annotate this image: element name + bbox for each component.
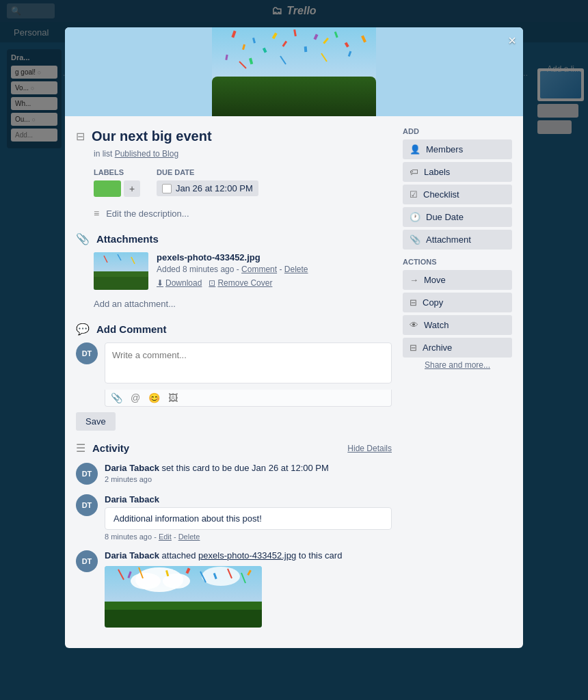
attachment-comment-link[interactable]: Comment: [241, 265, 277, 274]
modal-sidebar: Add 👤 Members 🏷 Labels ☑ Checklist 🕐 Due…: [403, 127, 512, 637]
comment-toolbar: 📎 @ 😊 🖼: [105, 390, 392, 407]
attachment-time: Added 8 minutes ago: [157, 265, 234, 274]
save-comment-button[interactable]: Save: [76, 412, 116, 431]
attachment-meta: Added 8 minutes ago - Comment - Delete: [157, 265, 392, 274]
hide-details-link[interactable]: Hide Details: [347, 444, 392, 453]
attachment-download-link[interactable]: ⬇ Download: [157, 278, 202, 288]
card-header-image: [65, 27, 523, 116]
attachment-button[interactable]: 📎 Attachment: [403, 230, 512, 250]
card-metadata: Labels + Due Date Jan 26 at 12:00 PM: [94, 168, 392, 197]
avatar-initials: DT: [82, 501, 92, 509]
attachments-section-header: 📎 Attachments: [76, 232, 392, 245]
activity-suffix: to this card: [299, 550, 343, 561]
due-date-value: Jan 26 at 12:00 PM: [176, 183, 253, 193]
list-prefix: in list: [94, 149, 112, 159]
edit-description-link[interactable]: Edit the description...: [106, 208, 189, 219]
activity-action: set this card to be due Jan 26 at 12:00 …: [162, 463, 329, 473]
activity-avatar: DT: [76, 463, 98, 485]
attachment-thumbnail: [94, 252, 148, 290]
due-date-badge[interactable]: Jan 26 at 12:00 PM: [157, 180, 258, 196]
card-type-icon: ⊟: [76, 130, 85, 143]
avatar-initials: DT: [82, 557, 92, 565]
attachment-icon: 📎: [76, 232, 90, 245]
archive-button[interactable]: ⊟ Archive: [403, 338, 512, 358]
activity-time: 2 minutes ago: [105, 475, 329, 483]
mention-icon[interactable]: @: [131, 392, 140, 403]
attach-icon[interactable]: 📎: [111, 392, 122, 403]
modal-close-button[interactable]: ×: [508, 33, 516, 49]
copy-label: Copy: [423, 297, 443, 308]
comment-textarea[interactable]: [105, 342, 392, 383]
labels-button[interactable]: 🏷 Labels: [403, 162, 512, 182]
card-list-info: in list Published to Blog: [94, 149, 392, 159]
comment-bubble: Additional information about this post!: [105, 507, 392, 530]
watch-label: Watch: [424, 320, 449, 330]
comment-icon: 💬: [76, 323, 90, 336]
label-chip-green[interactable]: [94, 180, 121, 197]
avatar-initials: DT: [82, 470, 92, 478]
members-icon: 👤: [410, 144, 420, 154]
activity-attachment-image: [105, 566, 262, 628]
attachment-info: pexels-photo-433452.jpg Added 8 minutes …: [157, 252, 392, 288]
checklist-label: Checklist: [423, 189, 459, 200]
edit-comment-link[interactable]: Edit: [159, 533, 172, 541]
emoji-icon[interactable]: 😊: [148, 392, 160, 403]
svg-point-27: [131, 573, 161, 589]
cover-icon: ⊡: [209, 278, 215, 288]
due-date-heading: Due Date: [157, 168, 258, 176]
copy-icon: ⊟: [410, 297, 417, 308]
card-title-row: ⊟ Our next big event: [76, 127, 392, 145]
activity-title-row: ☰ Activity: [76, 442, 129, 455]
attachment-remove-cover-link[interactable]: ⊡ Remove Cover: [209, 278, 272, 288]
activity-content: Daria Taback set this card to be due Jan…: [105, 463, 329, 483]
members-button[interactable]: 👤 Members: [403, 139, 512, 159]
add-label-button[interactable]: +: [124, 180, 140, 197]
archive-icon: ⊟: [410, 342, 417, 353]
activity-user: Daria Taback: [105, 550, 159, 561]
activity-icon: ☰: [76, 442, 85, 455]
activity-heading: Activity: [92, 442, 129, 454]
activity-avatar: DT: [76, 550, 98, 572]
due-date-checkbox[interactable]: [162, 184, 172, 193]
activity-user: Daria Taback: [105, 463, 159, 473]
move-button[interactable]: → Move: [403, 270, 512, 290]
attachments-heading: Attachments: [96, 233, 159, 245]
comment-section: DT 📎 @ 😊 🖼 Save: [76, 342, 392, 431]
add-attachment-link[interactable]: Add an attachment...: [94, 299, 176, 309]
activity-item: DT Daria Taback attached pexels-photo-43…: [76, 550, 392, 628]
activity-text: Daria Taback set this card to be due Jan…: [105, 463, 329, 473]
attached-file-link[interactable]: pexels-photo-433452.jpg: [198, 550, 296, 561]
svg-rect-21: [94, 271, 148, 277]
attachment-name: pexels-photo-433452.jpg: [157, 252, 392, 262]
attachment-label: Attachment: [426, 234, 471, 245]
copy-button[interactable]: ⊟ Copy: [403, 293, 512, 312]
labels-icon: 🏷: [410, 167, 418, 177]
svg-point-28: [163, 574, 190, 589]
activity-links: 8 minutes ago - Edit - Delete: [105, 533, 392, 541]
comment-time: 8 minutes ago: [105, 533, 152, 541]
activity-item: DT Daria Taback Additional information a…: [76, 494, 392, 541]
card-modal: × ⊟ Our next big event in list Published…: [65, 27, 523, 648]
move-label: Move: [424, 275, 446, 285]
activity-comment-content: Daria Taback Additional information abou…: [105, 494, 392, 541]
attachment-item: pexels-photo-433452.jpg Added 8 minutes …: [94, 252, 392, 290]
delete-comment-link[interactable]: Delete: [178, 533, 200, 541]
checklist-button[interactable]: ☑ Checklist: [403, 185, 512, 204]
activity-text: Daria Taback attached pexels-photo-43345…: [105, 550, 342, 561]
attachment-delete-link[interactable]: Delete: [284, 265, 308, 274]
add-section-title: Add: [403, 127, 512, 135]
image-icon[interactable]: 🖼: [168, 392, 178, 403]
due-date-section: Due Date Jan 26 at 12:00 PM: [157, 168, 258, 197]
archive-label: Archive: [423, 342, 452, 353]
activity-header: ☰ Activity Hide Details: [76, 442, 392, 455]
watch-button[interactable]: 👁 Watch: [403, 315, 512, 335]
share-more-link[interactable]: Share and more...: [403, 360, 512, 370]
avatar-initials: DT: [82, 349, 92, 358]
list-name-link[interactable]: Published to Blog: [115, 149, 178, 159]
due-date-button[interactable]: 🕐 Due Date: [403, 207, 512, 227]
card-title[interactable]: Our next big event: [92, 127, 212, 145]
labels-section: Labels +: [94, 168, 140, 197]
labels-heading: Labels: [94, 168, 140, 176]
svg-point-29: [202, 567, 240, 586]
members-label: Members: [426, 144, 463, 154]
